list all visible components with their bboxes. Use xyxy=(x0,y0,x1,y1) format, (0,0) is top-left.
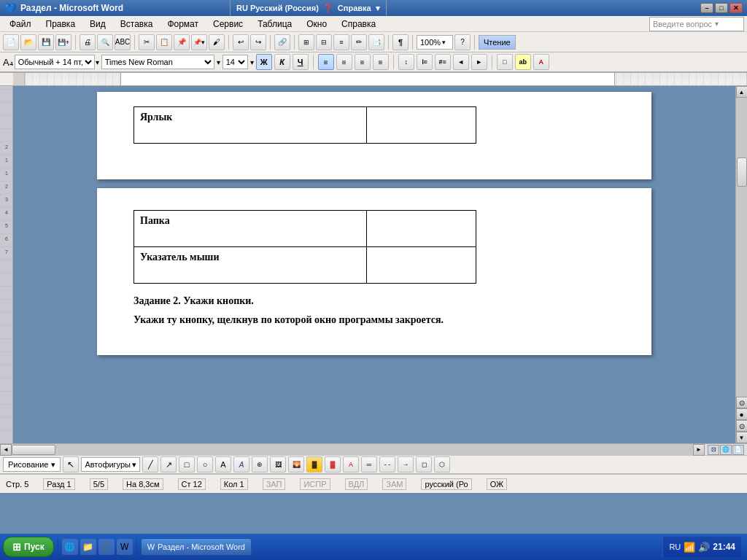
format-painter-button[interactable]: 🖌 xyxy=(209,34,225,50)
align-right-button[interactable]: ≡ xyxy=(355,54,371,70)
border-button[interactable]: □ xyxy=(497,54,513,70)
bottom-scrollbar[interactable]: ◄ ► ⊡ 🌐 📄 xyxy=(0,443,747,455)
oval-tool[interactable]: ○ xyxy=(197,456,213,472)
save-button[interactable]: 💾 xyxy=(38,34,54,50)
picture-tool[interactable]: 🌄 xyxy=(288,456,304,472)
wordart-tool[interactable]: A xyxy=(233,456,249,472)
scroll-prev-page[interactable]: ⊙ xyxy=(736,397,748,408)
menu-help[interactable]: Справка xyxy=(335,17,382,31)
decrease-indent-button[interactable]: ◄ xyxy=(453,54,469,70)
font-dropdown[interactable]: ▾ xyxy=(217,58,220,66)
scroll-next-page[interactable]: ⊙ xyxy=(736,420,748,432)
numbering-button[interactable]: #≡ xyxy=(435,54,451,70)
web-view-button[interactable]: 🌐 xyxy=(720,445,732,455)
cut-button[interactable]: ✂ xyxy=(139,34,155,50)
size-select[interactable]: 14 xyxy=(222,55,248,69)
line-color-button[interactable]: ▓ xyxy=(325,456,341,472)
bullets-button[interactable]: ⁞≡ xyxy=(417,54,433,70)
table-button[interactable]: ⊞ xyxy=(298,34,314,50)
print-button[interactable]: 🖨 xyxy=(80,34,96,50)
drawing-menu-button[interactable]: Рисование▾ xyxy=(3,457,61,472)
arrow-style-button[interactable]: → xyxy=(398,456,414,472)
menu-table[interactable]: Таблица xyxy=(251,17,298,31)
media-taskbar-icon[interactable]: 🎵 xyxy=(98,539,115,555)
scroll-left-button[interactable]: ◄ xyxy=(0,444,12,456)
style-dropdown[interactable]: ▾ xyxy=(96,58,99,66)
columns-button[interactable]: ≡ xyxy=(333,34,349,50)
redo-button[interactable]: ↪ xyxy=(250,34,266,50)
shadow-button[interactable]: ◻ xyxy=(416,456,432,472)
word-taskbar-icon[interactable]: W xyxy=(117,539,133,555)
normal-view-button[interactable]: ⊡ xyxy=(708,445,719,455)
scroll-down-button[interactable]: ▼ xyxy=(736,432,748,443)
h-scroll-thumb[interactable] xyxy=(12,445,55,455)
menu-tools[interactable]: Сервис xyxy=(206,17,249,31)
menu-view[interactable]: Вид xyxy=(83,17,112,31)
minimize-button[interactable]: – xyxy=(700,3,713,13)
copy-button[interactable]: 📋 xyxy=(156,34,172,50)
bold-button[interactable]: Ж xyxy=(256,54,272,70)
drawing-button[interactable]: ✏ xyxy=(351,34,367,50)
rect-tool[interactable]: □ xyxy=(179,456,195,472)
underline-button[interactable]: Ч xyxy=(293,54,309,70)
dash-style-button[interactable]: - - xyxy=(379,456,395,472)
diagram-tool[interactable]: ⊛ xyxy=(252,456,268,472)
print-preview-button[interactable]: 🔍 xyxy=(97,34,113,50)
zoom-help-button[interactable]: ? xyxy=(454,34,471,50)
spell-button[interactable]: ABC xyxy=(115,34,131,50)
align-center-button[interactable]: ≡ xyxy=(336,54,352,70)
new-button[interactable]: 📄 xyxy=(3,34,19,50)
start-button[interactable]: ⊞ Пуск xyxy=(3,537,54,557)
textbox-tool[interactable]: A xyxy=(215,456,231,472)
undo-button[interactable]: ↩ xyxy=(233,34,249,50)
scroll-track[interactable] xyxy=(736,98,748,397)
highlight-button[interactable]: ab xyxy=(515,54,531,70)
size-dropdown[interactable]: ▾ xyxy=(250,58,254,66)
scroll-right-button[interactable]: ► xyxy=(693,444,705,456)
reading-mode-button[interactable]: Чтение xyxy=(479,35,516,50)
print-view-button[interactable]: 📄 xyxy=(732,445,744,455)
table-insert-button[interactable]: ⊟ xyxy=(316,34,332,50)
h-scroll-track[interactable] xyxy=(12,444,693,456)
font-select[interactable]: Times New Roman xyxy=(101,55,214,69)
folder-taskbar-icon[interactable]: 📁 xyxy=(80,539,96,555)
autoshapes-button[interactable]: Автофигуры▾ xyxy=(81,457,140,472)
paste-special-button[interactable]: 📌▾ xyxy=(191,34,207,50)
italic-button[interactable]: К xyxy=(274,54,290,70)
show-hide-button[interactable]: ¶ xyxy=(392,34,409,50)
word-window-button[interactable]: W Раздел - Microsoft Word xyxy=(141,538,252,556)
hyperlink-button[interactable]: 🔗 xyxy=(274,34,290,50)
scroll-object-button[interactable]: ● xyxy=(736,408,748,420)
menu-file[interactable]: Файл xyxy=(3,17,38,31)
line-spacing-button[interactable]: ↕ xyxy=(398,54,414,70)
right-scrollbar[interactable]: ▲ ⊙ ● ⊙ ▼ xyxy=(735,86,747,443)
close-button[interactable]: ✕ xyxy=(729,3,743,13)
zoom-control[interactable]: 100% ▾ xyxy=(417,35,453,50)
ie-taskbar-icon[interactable]: 🌐 xyxy=(62,539,78,555)
line-tool[interactable]: ╱ xyxy=(142,456,158,472)
line-style-button[interactable]: ═ xyxy=(361,456,377,472)
menu-insert[interactable]: Вставка xyxy=(114,17,160,31)
increase-indent-button[interactable]: ► xyxy=(471,54,487,70)
menu-window[interactable]: Окно xyxy=(300,17,333,31)
align-justify-button[interactable]: ≡ xyxy=(373,54,389,70)
help-search-box[interactable]: Введите вопрос ▾ xyxy=(649,17,744,31)
document-area[interactable]: Ярлык Папка Указатель мыши xyxy=(13,86,735,443)
scroll-thumb[interactable] xyxy=(737,158,747,187)
menu-edit[interactable]: Правка xyxy=(39,17,82,31)
open-button[interactable]: 📂 xyxy=(20,34,36,50)
font-color-draw-button[interactable]: A xyxy=(343,456,359,472)
maximize-button[interactable]: □ xyxy=(715,3,728,13)
align-left-button[interactable]: ≡ xyxy=(318,54,334,70)
clipart-tool[interactable]: 🖼 xyxy=(270,456,286,472)
font-color-button[interactable]: A xyxy=(533,54,549,70)
fill-color-button[interactable]: ▓ xyxy=(306,456,322,472)
docmap-button[interactable]: 📑 xyxy=(368,34,384,50)
save-as-button[interactable]: 💾+ xyxy=(55,34,71,50)
select-objects-button[interactable]: ↖ xyxy=(63,456,79,472)
paste-button[interactable]: 📌 xyxy=(174,34,190,50)
menu-format[interactable]: Формат xyxy=(160,17,205,31)
style-select[interactable]: Обычный + 14 пт, xyxy=(15,55,95,69)
scroll-up-button[interactable]: ▲ xyxy=(736,86,748,98)
arrow-tool[interactable]: ↗ xyxy=(160,456,177,472)
